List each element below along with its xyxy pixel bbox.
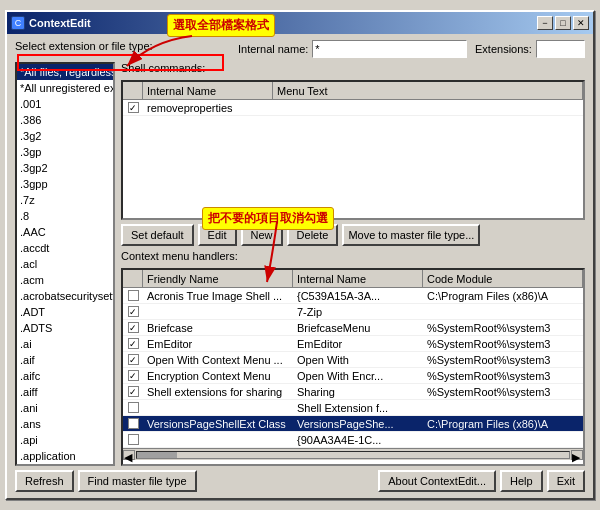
file-list-item[interactable]: .application: [17, 448, 113, 464]
shell-commands-table[interactable]: Internal Name Menu Text removeproperties: [121, 80, 585, 220]
file-list-item[interactable]: .ADTS: [17, 320, 113, 336]
file-list-item[interactable]: .api: [17, 432, 113, 448]
file-list-item[interactable]: .ani: [17, 400, 113, 416]
checkbox[interactable]: [128, 354, 139, 365]
file-list-item[interactable]: .ADT: [17, 304, 113, 320]
checkbox[interactable]: [128, 402, 139, 413]
file-list-item[interactable]: .acm: [17, 272, 113, 288]
handler-checkbox[interactable]: [123, 306, 143, 317]
shell-checkbox[interactable]: [123, 102, 143, 113]
set-default-button[interactable]: Set default: [121, 224, 194, 246]
file-list-item[interactable]: .001: [17, 96, 113, 112]
checkbox[interactable]: [128, 370, 139, 381]
file-list-item[interactable]: .8: [17, 208, 113, 224]
file-list-item[interactable]: .ans: [17, 416, 113, 432]
close-button[interactable]: ✕: [573, 16, 589, 30]
handler-checkbox[interactable]: [123, 338, 143, 349]
scroll-left-btn[interactable]: ◀: [123, 450, 135, 460]
about-button[interactable]: About ContextEdit...: [378, 470, 496, 492]
content-area: Select extension or file type: Internal …: [7, 34, 593, 498]
handler-row[interactable]: 7-Zip: [123, 304, 583, 320]
handler-row[interactable]: Acronis True Image Shell ... {C539A15A-3…: [123, 288, 583, 304]
file-list-item[interactable]: .ai: [17, 336, 113, 352]
help-button[interactable]: Help: [500, 470, 543, 492]
file-list-item[interactable]: .accdt: [17, 240, 113, 256]
handler-code-module: %SystemRoot%\system3: [423, 320, 583, 335]
handler-row[interactable]: Open With Context Menu ... Open With %Sy…: [123, 352, 583, 368]
file-list-item[interactable]: .3gp2: [17, 160, 113, 176]
titlebar: C ContextEdit − □ ✕: [7, 12, 593, 34]
file-list-item[interactable]: .aps: [17, 464, 113, 466]
handler-checkbox[interactable]: [123, 370, 143, 381]
handler-row[interactable]: EmEditor EmEditor %SystemRoot%\system3: [123, 336, 583, 352]
handler-checkbox[interactable]: [123, 386, 143, 397]
internal-name-label: Internal name:: [238, 43, 308, 55]
refresh-button[interactable]: Refresh: [15, 470, 74, 492]
handler-row[interactable]: {90AA3A4E-1C...: [123, 432, 583, 448]
file-list-item[interactable]: .386: [17, 112, 113, 128]
edit-button[interactable]: Edit: [198, 224, 237, 246]
handler-row[interactable]: Shell extensions for sharing Sharing %Sy…: [123, 384, 583, 400]
horizontal-scrollbar[interactable]: ◀ ▶: [123, 448, 583, 460]
window-title: ContextEdit: [29, 17, 91, 29]
handler-row[interactable]: Encryption Context Menu Open With Encr..…: [123, 368, 583, 384]
delete-button[interactable]: Delete: [287, 224, 339, 246]
handler-checkbox[interactable]: [123, 354, 143, 365]
checkbox[interactable]: [128, 290, 139, 301]
file-list-item[interactable]: .3gpp: [17, 176, 113, 192]
handler-checkbox[interactable]: [123, 418, 143, 429]
internal-name-input[interactable]: [312, 40, 467, 58]
titlebar-buttons: − □ ✕: [537, 16, 589, 30]
check-col-h: [123, 270, 143, 287]
file-list-item[interactable]: *All unregistered extensions: [17, 80, 113, 96]
handler-code-module: %SystemRoot%\system3: [423, 352, 583, 367]
handler-code-module: %SystemRoot%\system3: [423, 384, 583, 399]
checkbox[interactable]: [128, 418, 139, 429]
menu-text-col-header: Menu Text: [273, 82, 583, 99]
file-list-item[interactable]: .aif: [17, 352, 113, 368]
move-to-master-button[interactable]: Move to master file type...: [342, 224, 480, 246]
file-type-list[interactable]: *All files, regardless of extension*All …: [15, 62, 115, 466]
checkbox[interactable]: [128, 322, 139, 333]
handler-row[interactable]: Briefcase BriefcaseMenu %SystemRoot%\sys…: [123, 320, 583, 336]
shell-commands-label: Shell commands:: [121, 62, 585, 74]
scroll-thumb[interactable]: [137, 452, 177, 458]
file-list-item[interactable]: .acrobatsecuritysettings: [17, 288, 113, 304]
scroll-right-btn[interactable]: ▶: [571, 450, 583, 460]
handler-checkbox[interactable]: [123, 434, 143, 445]
file-list-item[interactable]: .AAC: [17, 224, 113, 240]
shell-command-row[interactable]: removeproperties: [123, 100, 583, 116]
handler-row[interactable]: VersionsPageShellExt Class VersionsPageS…: [123, 416, 583, 432]
file-list-item[interactable]: .7z: [17, 192, 113, 208]
file-list-item[interactable]: .aifc: [17, 368, 113, 384]
exit-button[interactable]: Exit: [547, 470, 585, 492]
minimize-button[interactable]: −: [537, 16, 553, 30]
handler-friendly-name: Open With Context Menu ...: [143, 352, 293, 367]
handler-checkbox[interactable]: [123, 322, 143, 333]
top-right: Extensions:: [475, 40, 585, 58]
checkbox[interactable]: [128, 434, 139, 445]
handler-internal-name: Sharing: [293, 384, 423, 399]
checkbox[interactable]: [128, 386, 139, 397]
file-list-item[interactable]: .aiff: [17, 384, 113, 400]
checkbox[interactable]: [128, 102, 139, 113]
handlers-table[interactable]: Friendly Name Internal Name Code Module …: [121, 268, 585, 466]
handler-checkbox[interactable]: [123, 402, 143, 413]
handler-row[interactable]: Shell Extension f...: [123, 400, 583, 416]
file-list-item[interactable]: .3g2: [17, 128, 113, 144]
file-list-item[interactable]: *All files, regardless of extension: [17, 64, 113, 80]
handler-internal-name: Shell Extension f...: [293, 400, 423, 415]
file-list-item[interactable]: .3gp: [17, 144, 113, 160]
maximize-button[interactable]: □: [555, 16, 571, 30]
shell-commands-body: removeproperties: [123, 100, 583, 116]
file-list-item[interactable]: .acl: [17, 256, 113, 272]
handler-checkbox[interactable]: [123, 290, 143, 301]
shell-internal-name: removeproperties: [143, 100, 273, 115]
checkbox[interactable]: [128, 306, 139, 317]
new-button[interactable]: New: [241, 224, 283, 246]
find-master-button[interactable]: Find master file type: [78, 470, 197, 492]
main-window: C ContextEdit − □ ✕ Select extension or …: [5, 10, 595, 500]
internal-name-col-header: Internal Name: [143, 82, 273, 99]
checkbox[interactable]: [128, 338, 139, 349]
extensions-input[interactable]: [536, 40, 585, 58]
